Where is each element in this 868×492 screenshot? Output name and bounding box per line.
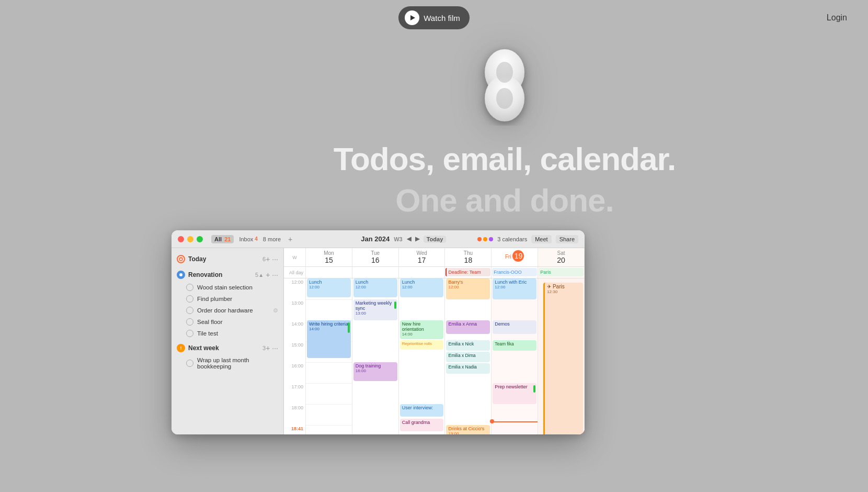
sidebar-next-week-header[interactable]: ! Next week 3 + ··· [172,341,283,355]
tab-inbox[interactable]: Inbox 4 [239,236,257,242]
event-barrys[interactable]: Barry's 12:00 [446,278,490,299]
renovation-more-button[interactable]: ··· [272,271,278,278]
minimize-button[interactable] [187,236,193,242]
event-time: 12:00 [448,285,488,289]
event-call-grandma[interactable]: Call grandma [400,419,444,431]
next-week-actions: + ··· [266,344,278,352]
event-prep-newsletter[interactable]: Prep newsletter [493,383,536,404]
todo-tile-test[interactable]: Tile test [172,328,283,339]
next-week-button[interactable]: ▶ [415,236,419,242]
event-drinks-ciccios[interactable]: Drinks at Ciccio's 19:00 [446,425,490,434]
event-emilia-nadia[interactable]: Emilia x Nadia [446,363,490,374]
todo-checkbox[interactable] [186,284,193,291]
login-button[interactable]: Login [827,13,847,23]
francis-ooo-event[interactable]: Francis-OOO [492,268,537,276]
event-time: 19:00 [448,431,488,434]
paris-allday-event[interactable]: Paris [539,268,584,276]
todo-seal-floor[interactable]: Seal floor [172,316,283,328]
todo-order-door[interactable]: Order door hardware ⚙ [172,305,283,316]
inbox-badge: 4 [255,236,258,242]
app-window: All 21 Inbox 4 8 more + Jan 2024 W3 ◀ ▶ … [172,230,585,434]
deadline-team-event[interactable]: Deadline: Team [446,268,490,276]
event-hiring-mon[interactable]: Write hiring criteria 14:00 [307,320,351,358]
event-new-hire[interactable]: New hire orientation 14:00 [400,320,444,339]
close-button[interactable] [178,236,184,242]
event-lunch-tue[interactable]: Lunch 12:00 [353,278,397,297]
add-tab-button[interactable]: + [288,235,292,243]
time-1500: 15:00 [284,341,306,362]
main-content: Today 6 + ··· Renovation 5 [172,248,585,434]
todo-checkbox[interactable] [186,295,193,303]
today-button[interactable]: Today [424,236,447,243]
event-reprioritise[interactable]: Reprioritise rolls [400,340,444,350]
todo-find-plumber[interactable]: Find plumber [172,293,283,305]
event-title: Emilia x Nadia [448,364,488,370]
event-lunch-wed[interactable]: Lunch 12:00 [400,278,444,297]
event-user-interview[interactable]: User interview: [400,404,444,417]
event-dog-training[interactable]: Dog training 16:00 [353,362,397,381]
next-week-more-button[interactable]: ··· [272,344,278,352]
event-title: Lunch [356,279,395,285]
today-more-button[interactable]: ··· [272,255,278,263]
sidebar-today-header[interactable]: Today 6 + ··· [172,252,283,266]
maximize-button[interactable] [197,236,203,242]
event-emilia-nick[interactable]: Emilia x Nick [446,340,490,351]
renovation-collapse-button[interactable]: ▲ [258,272,264,278]
todo-text: Wood stain selection [197,284,278,290]
event-title: Drinks at Ciccio's [448,426,488,431]
event-lunch-eric[interactable]: Lunch with Eric 12:00 [493,278,536,299]
current-month-label: Jan 2024 [361,235,390,243]
event-paris-sat[interactable]: ✈ Paris 12:30 [543,283,583,434]
app-icon [463,42,546,126]
event-time: 14:00 [309,327,349,331]
play-icon [405,10,419,25]
hero-section: Todos, email, calendar. One and done. [141,0,868,238]
tab-all[interactable]: All 21 [211,235,234,243]
time-1700: 17:00 [284,383,306,404]
share-button[interactable]: Share [556,235,578,243]
event-title: User interview: [402,405,442,410]
renovation-add-button[interactable]: + [266,271,270,278]
todo-checkbox[interactable] [186,318,193,326]
event-demos[interactable]: Demos [493,320,536,334]
todo-bookkeeping[interactable]: Wrap up last month bookkeeping [172,355,283,372]
todo-checkbox[interactable] [186,330,193,337]
today-add-button[interactable]: + [266,255,270,263]
play-triangle [410,15,415,20]
next-week-icon: ! [177,344,185,352]
calendar-dot-red [477,237,482,241]
calendar-body: 12:00 13:00 14:00 15:00 16:00 17:00 18:0… [284,278,585,434]
event-title: Prep newsletter [495,384,534,389]
next-week-label: Next week [188,344,261,352]
event-title: Emilia x Dima [448,353,488,358]
all-day-thu: Deadline: Team [445,267,492,278]
day-header-fri: Fri 19 [492,248,538,266]
todo-checkbox[interactable] [186,307,193,314]
next-week-add-button[interactable]: + [266,344,270,352]
week-icon: W [292,255,297,260]
event-title: Marketing weekly sync [356,300,395,311]
subheadline: One and done. [395,182,614,219]
sidebar-renovation-header[interactable]: Renovation 5 ▲ + ··· [172,268,283,282]
time-1200: 12:00 [284,278,306,299]
event-emilia-anna[interactable]: Emilia x Anna [446,320,490,334]
event-emilia-dima[interactable]: Emilia x Dima [446,352,490,362]
time-1800: 18:00 [284,404,306,425]
sidebar-section-today: Today 6 + ··· [172,252,283,266]
day-header-sat: Sat 20 [538,248,585,266]
top-bar: Watch film Login [0,0,868,36]
event-marketing-sync[interactable]: Marketing weekly sync 13:00 [353,299,397,320]
event-lunch-mon[interactable]: Lunch 12:00 [307,278,351,297]
day-header-tue: Tue 16 [352,248,399,266]
calendar-dot-orange [483,237,487,241]
time-1841: 18:41 [284,425,306,434]
tab-more[interactable]: 8 more [263,236,281,242]
event-time: 12:30 [547,289,581,294]
watch-film-button[interactable]: Watch film [398,6,469,29]
meet-button[interactable]: Meet [531,235,551,243]
prev-week-button[interactable]: ◀ [407,236,411,242]
todo-text: Find plumber [197,296,278,302]
todo-wood-stain[interactable]: Wood stain selection [172,282,283,293]
todo-checkbox[interactable] [186,360,193,367]
event-team-fika[interactable]: Team fika [493,340,536,351]
